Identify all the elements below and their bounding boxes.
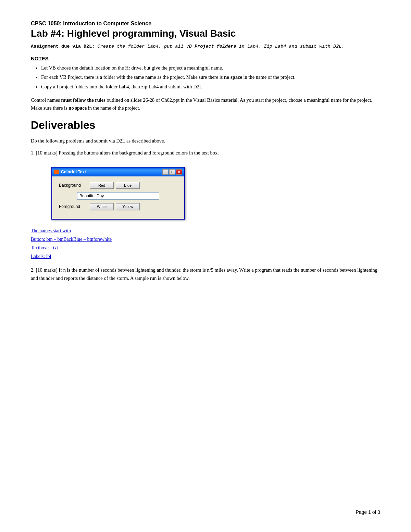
btn-red[interactable]: Red: [90, 182, 114, 189]
dialog-container: Colorful Text _ □ ✕ Background Red Blue: [51, 167, 185, 220]
hints-section: The names start with Button: btn – btnBa…: [31, 226, 380, 261]
notes-item-1: Let VB choose the default location on th…: [41, 64, 380, 72]
minimize-button[interactable]: _: [162, 169, 169, 175]
hint-line3[interactable]: Textboxes: txt: [31, 244, 380, 252]
maximize-button[interactable]: □: [169, 169, 175, 175]
assignment-text2: in Lab4, Zip Lab4 and submit with D2L.: [236, 44, 345, 49]
notes-item-3: Copy all project folders into the folder…: [41, 83, 380, 91]
assignment-text1: Create the folder Lab4, put all VB: [97, 44, 195, 49]
btn-blue[interactable]: Blue: [116, 182, 140, 189]
titlebar-title: Colorful Text: [61, 170, 86, 174]
btn-white[interactable]: White: [90, 203, 114, 210]
close-button[interactable]: ✕: [176, 169, 182, 175]
assignment-bold-text: Project folders: [195, 44, 236, 49]
problem1-text: 1. [10 marks] Pressing the buttons alter…: [31, 149, 380, 157]
hint-line2[interactable]: Button: btn – btnBackBlue – btnforewhite: [31, 235, 380, 244]
notes-list: Let VB choose the default location on th…: [41, 64, 380, 91]
foreground-label: Foreground: [59, 204, 90, 209]
dialog-titlebar: Colorful Text _ □ ✕: [52, 168, 184, 176]
assignment-due: Assignment due via D2L: Create the folde…: [31, 43, 380, 50]
btn-yellow[interactable]: Yellow: [116, 203, 140, 210]
hint-line1[interactable]: The names start with: [31, 226, 380, 235]
beautiful-day-textbox[interactable]: [77, 192, 159, 200]
hint-line4[interactable]: Labels: lbl: [31, 252, 380, 261]
deliverables-intro: Do the following problems and submit via…: [31, 137, 380, 145]
deliverables-heading: Deliverables: [31, 119, 380, 132]
notes-heading: NOTES: [31, 55, 380, 61]
dialog-body: Background Red Blue Foreground White Yel…: [52, 176, 184, 219]
background-label: Background: [59, 183, 90, 188]
titlebar-buttons[interactable]: _ □ ✕: [162, 169, 182, 175]
problem2-text: 2. [10 marks] If n is the number of seco…: [31, 266, 380, 282]
background-row: Background Red Blue: [59, 182, 177, 189]
titlebar-left: Colorful Text: [54, 170, 86, 174]
lab-title: Lab #4: Highlevel programming, Visual Ba…: [31, 28, 380, 39]
body-paragraph: Control names must follow the rules outl…: [31, 96, 380, 112]
foreground-row: Foreground White Yellow: [59, 203, 177, 210]
assignment-label: Assignment due via D2L:: [31, 44, 95, 49]
page-footer: Page 1 of 3: [356, 509, 380, 515]
dialog-box: Colorful Text _ □ ✕ Background Red Blue: [51, 167, 185, 220]
notes-item-2: For each VB Project, there is a folder w…: [41, 73, 380, 81]
course-title: CPSC 1050: Introduction to Computer Scie…: [31, 21, 380, 27]
textbox-row: [59, 192, 177, 200]
titlebar-icon: [54, 170, 59, 174]
